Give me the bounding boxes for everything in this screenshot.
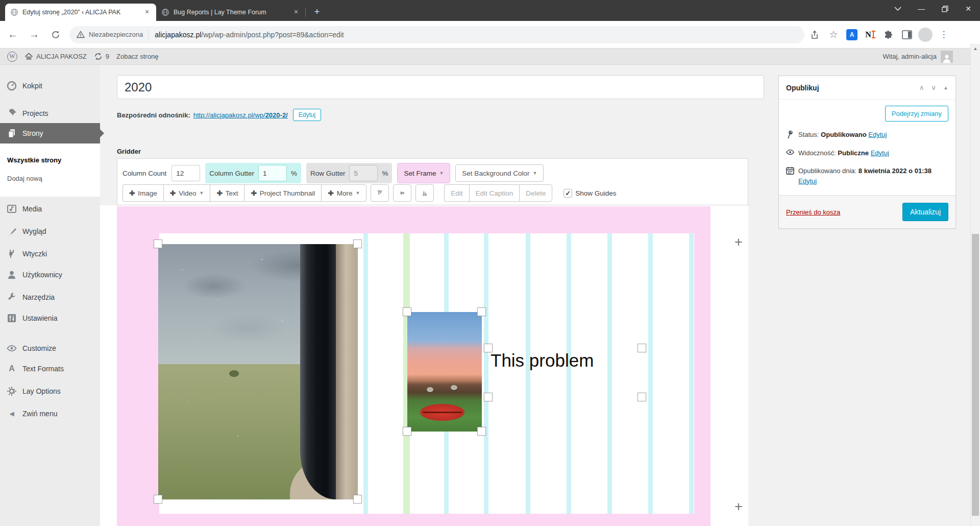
canvas-image-train-window[interactable] — [158, 244, 358, 499]
permalink-link[interactable]: http://alicjapakosz.pl/wp/2020-2/ — [193, 111, 288, 119]
add-more-button[interactable]: ✚More▼ — [321, 184, 366, 202]
page-scrollbar[interactable]: ▲ — [970, 44, 980, 526]
sidebar-item-wtyczki[interactable]: Wtyczki — [0, 244, 100, 264]
permalink-edit-button[interactable]: Edytuj — [293, 109, 321, 121]
column-gutter-input[interactable] — [258, 165, 287, 181]
panel-toggle-icon[interactable]: ▲ — [943, 85, 948, 90]
add-project-thumbnail-button[interactable]: ✚Project Thumbnail — [244, 184, 321, 202]
sidebar-collapse-menu[interactable]: ◀ Zwiń menu — [0, 403, 100, 424]
share-icon[interactable] — [807, 27, 823, 42]
scrollbar-thumb[interactable] — [972, 234, 979, 516]
updates-menu[interactable]: 9 — [94, 52, 109, 61]
published-edit-link[interactable]: Edytuj — [798, 177, 817, 185]
view-page-menu[interactable]: Zobacz stronę — [116, 53, 158, 60]
edit-caption-button[interactable]: Edit Caption — [469, 184, 520, 202]
move-up-icon[interactable]: ∧ — [919, 84, 924, 91]
sidebar-item-strony[interactable]: Strony — [0, 123, 100, 144]
page-title-input[interactable] — [117, 75, 764, 99]
bookmark-star-icon[interactable]: ☆ — [826, 27, 841, 42]
column-gutter-group: Column Gutter % — [205, 163, 301, 183]
browser-tab-inactive[interactable]: Bug Reports | Lay Theme Forum × — [156, 4, 305, 21]
canvas-image-grass-face[interactable] — [407, 312, 482, 432]
close-tab-icon[interactable]: × — [143, 8, 151, 16]
address-bar[interactable]: Niezabezpieczona alicjapakosz.pl/wp/wp-a… — [69, 26, 804, 43]
add-row-button[interactable]: + — [731, 499, 746, 515]
admin-avatar[interactable] — [941, 51, 953, 63]
new-tab-button[interactable]: + — [310, 5, 324, 19]
column-count-input[interactable] — [172, 165, 200, 181]
resize-handle[interactable] — [403, 307, 411, 316]
tab-search-icon[interactable] — [886, 0, 910, 17]
visibility-edit-link[interactable]: Edytuj — [871, 149, 889, 157]
resize-handle[interactable] — [154, 240, 162, 248]
sidebar-item-uzytkownicy[interactable]: Użytkownicy — [0, 265, 100, 285]
canvas-text-element[interactable]: This problem — [488, 348, 642, 397]
preview-changes-button[interactable]: Podejrzyj zmiany — [885, 106, 948, 122]
resize-handle[interactable] — [353, 240, 362, 248]
gridder-canvas[interactable]: This problem + + — [100, 205, 748, 526]
update-button[interactable]: Aktualizuj — [902, 203, 948, 221]
submenu-all-pages[interactable]: Wszystkie strony — [0, 151, 100, 169]
show-guides-control[interactable]: ✓ Show Guides — [564, 189, 616, 198]
restore-window-button[interactable] — [933, 0, 957, 17]
add-element-group: ✚Image ✚Video▼ ✚Text ✚Project Thumbnail … — [122, 184, 366, 202]
row-gutter-input[interactable] — [349, 165, 378, 181]
sidebar-item-wyglad[interactable]: Wygląd — [0, 221, 100, 242]
reload-button[interactable] — [47, 26, 64, 43]
resize-handle[interactable] — [403, 427, 411, 436]
move-to-trash-link[interactable]: Przenieś do kosza — [786, 208, 840, 216]
resize-handle[interactable] — [477, 427, 486, 436]
align-bottom-button[interactable] — [415, 184, 434, 202]
site-name-menu[interactable]: ALICJA PAKOSZ — [24, 53, 87, 61]
align-top-button[interactable] — [371, 184, 389, 202]
show-guides-checkbox[interactable]: ✓ — [564, 189, 572, 198]
not-secure-warning-icon — [77, 31, 85, 38]
omnibox-divider — [148, 31, 149, 39]
sidebar-item-lay-options[interactable]: Lay Options — [0, 381, 100, 401]
sidebar-item-kokpit[interactable]: Kokpit — [0, 76, 100, 96]
pages-submenu: Wszystkie strony Dodaj nową — [0, 144, 100, 197]
resize-handle[interactable] — [154, 495, 162, 504]
admin-greeting[interactable]: Witaj, admin-alicja — [883, 53, 937, 60]
browser-tab-active[interactable]: Edytuj stronę „2020” ‹ ALICJA PAK × — [5, 4, 156, 21]
add-text-button[interactable]: ✚Text — [210, 184, 244, 202]
wp-logo-menu[interactable]: W — [7, 52, 17, 62]
sidebar-item-text-formats[interactable]: A Text Formats — [0, 358, 100, 379]
add-video-button[interactable]: ✚Video▼ — [163, 184, 210, 202]
close-tab-icon[interactable]: × — [292, 8, 300, 16]
add-row-button[interactable]: + — [731, 235, 746, 250]
move-down-icon[interactable]: ∨ — [932, 84, 937, 91]
wordpress-logo-icon: W — [7, 52, 17, 62]
notion-extension-icon[interactable]: N — [863, 27, 878, 42]
add-image-button[interactable]: ✚Image — [122, 184, 163, 202]
back-button[interactable]: ← — [4, 26, 21, 43]
resize-handle[interactable] — [477, 307, 486, 316]
scrollbar-up-arrow[interactable]: ▲ — [971, 46, 980, 51]
resize-handle[interactable] — [638, 344, 646, 352]
side-panel-icon[interactable] — [899, 27, 915, 42]
translate-extension-icon[interactable]: A — [844, 27, 860, 42]
set-background-color-button[interactable]: Set Background Color▼ — [455, 164, 544, 182]
submenu-add-new[interactable]: Dodaj nową — [0, 169, 100, 187]
resize-handle[interactable] — [353, 495, 362, 504]
close-window-button[interactable]: ✕ — [957, 0, 980, 17]
resize-handle[interactable] — [484, 344, 493, 352]
minimize-window-button[interactable]: — — [910, 0, 933, 17]
align-middle-button[interactable] — [393, 184, 411, 202]
browser-menu-kebab-icon[interactable]: ⋮ — [936, 27, 951, 42]
sidebar-item-projects[interactable]: Projects — [0, 103, 100, 124]
status-row: Status: Opublikowano Edytuj — [786, 130, 948, 140]
delete-button[interactable]: Delete — [519, 184, 552, 202]
resize-handle[interactable] — [484, 393, 493, 401]
set-frame-button[interactable]: Set Frame▼ — [397, 163, 450, 183]
resize-handle[interactable] — [638, 393, 646, 401]
sidebar-item-ustawienia[interactable]: Ustawienia — [0, 308, 100, 328]
sidebar-item-narzedzia[interactable]: Narzędzia — [0, 287, 100, 307]
browser-profile-avatar[interactable] — [918, 27, 933, 42]
edit-button[interactable]: Edit — [444, 184, 469, 202]
status-edit-link[interactable]: Edytuj — [868, 131, 887, 138]
extensions-puzzle-icon[interactable] — [881, 27, 896, 42]
forward-button[interactable]: → — [26, 26, 43, 43]
sidebar-item-media[interactable]: Media — [0, 199, 100, 219]
sidebar-item-customize[interactable]: Customize — [0, 338, 100, 358]
